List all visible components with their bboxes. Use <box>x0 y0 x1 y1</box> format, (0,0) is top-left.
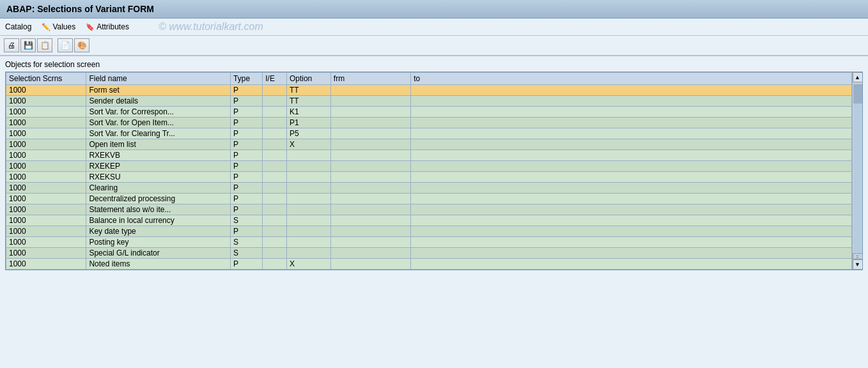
cell-frm <box>330 96 410 107</box>
cell-type: P <box>231 107 263 118</box>
main-content: Objects for selection screen Selection S… <box>0 56 868 368</box>
cell-type: P <box>231 85 263 96</box>
cell-sel: 1000 <box>6 150 86 161</box>
color-button[interactable]: 🎨 <box>74 38 89 52</box>
cell-to <box>411 194 852 204</box>
cell-type: P <box>231 194 263 204</box>
table-row[interactable]: 1000Special G/L indicatorS <box>6 248 852 259</box>
cell-sel: 1000 <box>6 259 86 270</box>
cell-to <box>411 204 852 215</box>
cell-field: Key date type <box>86 226 231 237</box>
table-row[interactable]: 1000Sort Var. for Correspon...PK1 <box>6 107 852 118</box>
cell-field: Posting key <box>86 237 231 248</box>
table-row[interactable]: 1000Open item listPX <box>6 139 852 150</box>
cell-option: X <box>286 259 330 270</box>
cell-frm <box>330 161 410 172</box>
menu-attributes[interactable]: 🔖 Attributes <box>86 22 129 31</box>
cell-field: Sort Var. for Correspon... <box>86 107 231 118</box>
data-table: Selection Scrns Field name Type I/E Opti… <box>6 72 852 270</box>
table-row[interactable]: 1000ClearingP <box>6 183 852 194</box>
cell-to <box>411 183 852 194</box>
cell-to <box>411 248 852 259</box>
menu-values[interactable]: ✏️ Values <box>42 22 75 31</box>
cell-field: Statement also w/o ite... <box>86 204 231 215</box>
cell-frm <box>330 150 410 161</box>
cell-type: S <box>231 248 263 259</box>
menu-catalog[interactable]: Catalog <box>5 22 31 31</box>
col-header-to: to <box>411 73 852 85</box>
scroll-up-button[interactable]: ▲ <box>853 72 863 82</box>
table-row[interactable]: 1000Sort Var. for Clearing Tr...PP5 <box>6 128 852 139</box>
table-row[interactable]: 1000Sort Var. for Open Item...PP1 <box>6 118 852 128</box>
cell-frm <box>330 118 410 128</box>
cell-ie <box>263 237 287 248</box>
table-row[interactable]: 1000RXEKEPP <box>6 161 852 172</box>
cell-sel: 1000 <box>6 204 86 215</box>
table-row[interactable]: 1000RXEKSUP <box>6 172 852 183</box>
cell-field: Form set <box>86 85 231 96</box>
cell-to <box>411 172 852 183</box>
cell-sel: 1000 <box>6 128 86 139</box>
cell-to <box>411 128 852 139</box>
attributes-icon: 🔖 <box>86 23 95 31</box>
table-row[interactable]: 1000Decentralized processingP <box>6 194 852 204</box>
cell-frm <box>330 226 410 237</box>
cell-option <box>286 248 330 259</box>
save-button[interactable]: 💾 <box>20 38 36 52</box>
scrollbar[interactable]: ▲ :: ▼ <box>852 72 862 270</box>
section-title: Objects for selection screen <box>5 60 863 69</box>
cell-option: TT <box>286 96 330 107</box>
cell-option: TT <box>286 85 330 96</box>
col-header-frm: frm <box>330 73 410 85</box>
cell-option: P1 <box>286 118 330 128</box>
table-container: Selection Scrns Field name Type I/E Opti… <box>5 72 863 270</box>
cell-option <box>286 161 330 172</box>
print-button[interactable]: 🖨 <box>4 38 19 52</box>
cell-frm <box>330 194 410 204</box>
table-row[interactable]: 1000Form setPTT <box>6 85 852 96</box>
cell-to <box>411 107 852 118</box>
menu-bar: Catalog ✏️ Values 🔖 Attributes © www.tut… <box>0 19 868 36</box>
cell-ie <box>263 150 287 161</box>
cell-field: Sender details <box>86 96 231 107</box>
table-scroll-area[interactable]: Selection Scrns Field name Type I/E Opti… <box>6 72 852 270</box>
cell-frm <box>330 85 410 96</box>
cell-frm <box>330 215 410 226</box>
cell-option <box>286 150 330 161</box>
cell-frm <box>330 172 410 183</box>
cell-type: P <box>231 172 263 183</box>
cell-frm <box>330 259 410 270</box>
cell-to <box>411 139 852 150</box>
scrollbar-resize[interactable]: :: <box>853 253 863 259</box>
page-title: ABAP: Selections of Variant FORM <box>6 4 154 14</box>
local-file-button[interactable]: 📄 <box>58 38 73 52</box>
cell-to <box>411 161 852 172</box>
scrollbar-thumb[interactable] <box>853 84 862 103</box>
table-row[interactable]: 1000Sender detailsPTT <box>6 96 852 107</box>
cell-type: P <box>231 128 263 139</box>
cell-type: P <box>231 183 263 194</box>
table-wrapper: Selection Scrns Field name Type I/E Opti… <box>6 72 862 270</box>
table-row[interactable]: 1000Key date typeP <box>6 226 852 237</box>
table-row[interactable]: 1000RXEKVBP <box>6 150 852 161</box>
scrollbar-track[interactable] <box>853 83 862 252</box>
cell-to <box>411 237 852 248</box>
cell-ie <box>263 85 287 96</box>
cell-ie <box>263 259 287 270</box>
table-row[interactable]: 1000Posting keyS <box>6 237 852 248</box>
cell-ie <box>263 118 287 128</box>
cell-to <box>411 215 852 226</box>
cell-ie <box>263 172 287 183</box>
cell-ie <box>263 96 287 107</box>
table-row[interactable]: 1000Balance in local currencyS <box>6 215 852 226</box>
cell-ie <box>263 226 287 237</box>
watermark: © www.tutorialkart.com <box>159 21 263 33</box>
cell-type: P <box>231 226 263 237</box>
table-row[interactable]: 1000Noted itemsPX <box>6 259 852 270</box>
cell-option: P5 <box>286 128 330 139</box>
scroll-down-button[interactable]: ▼ <box>853 259 863 270</box>
table-row[interactable]: 1000Statement also w/o ite...P <box>6 204 852 215</box>
save2-button[interactable]: 📋 <box>37 38 52 52</box>
cell-type: P <box>231 150 263 161</box>
catalog-label: Catalog <box>5 22 31 31</box>
